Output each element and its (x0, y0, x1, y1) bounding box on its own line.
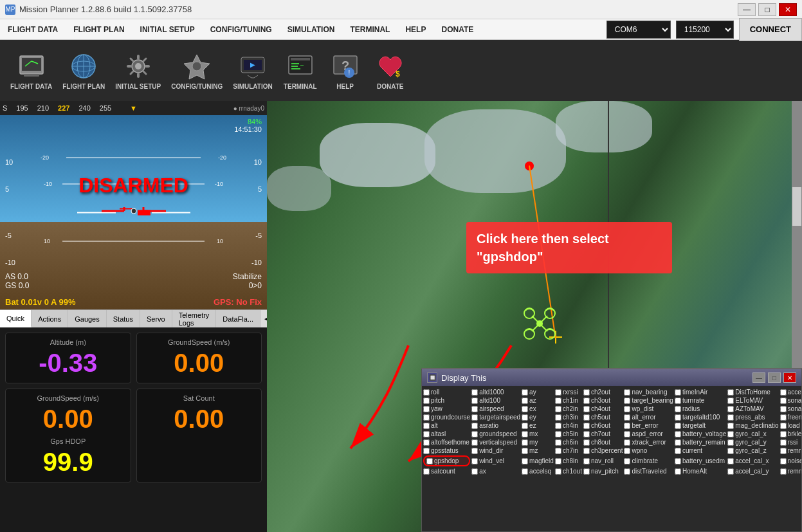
cb-accel_cal_x[interactable]: accel_cal_x (727, 455, 778, 466)
toolbar-terminal[interactable]: _ TERMINAL (278, 48, 323, 93)
toolbar-donate[interactable]: $ DONATE (368, 48, 413, 93)
cb-gpshdop[interactable]: gpshdop (423, 455, 470, 466)
cb-ch7out[interactable]: ch7out (583, 430, 623, 437)
cb-current[interactable]: current (675, 447, 726, 454)
tab-quick[interactable]: Quick (0, 310, 32, 327)
cb-targetairspeed[interactable]: targetairspeed (471, 414, 520, 421)
cb-AZToMAV[interactable]: AZToMAV (727, 405, 778, 412)
cb-ch8in[interactable]: ch8in (555, 455, 582, 466)
menu-initial-setup[interactable]: INITIAL SETUP (132, 19, 203, 39)
cb-HomeAlt[interactable]: HomeAlt (675, 468, 726, 475)
cb-turnrate[interactable]: turnrate (675, 397, 726, 404)
cb-altoffsethome[interactable]: altoffsethome (423, 439, 470, 446)
cb-ch6out[interactable]: ch6out (583, 422, 623, 429)
cb-ey[interactable]: ey (522, 414, 554, 421)
cb-ch1in[interactable]: ch1in (555, 397, 582, 404)
cb-airspeed[interactable]: airspeed (471, 405, 520, 412)
cb-gyro_cal_y[interactable]: gyro_cal_y (727, 439, 778, 446)
cb-ez[interactable]: ez (522, 422, 554, 429)
com-port-select[interactable]: COM6 (606, 21, 671, 39)
cb-ex[interactable]: ex (522, 405, 554, 412)
cb-ch5in[interactable]: ch5in (555, 430, 582, 437)
cb-ch4in[interactable]: ch4in (555, 422, 582, 429)
cb-battery_voltage[interactable]: battery_voltage (675, 430, 726, 437)
tab-telemetry-logs[interactable]: Telemetry Logs (172, 310, 217, 327)
cb-yaw[interactable]: yaw (423, 405, 470, 412)
menu-flight-plan[interactable]: FLIGHT PLAN (66, 19, 132, 39)
menu-help[interactable]: HELP (397, 19, 433, 39)
cb-battery_usedm[interactable]: battery_usedm (675, 455, 726, 466)
tab-gauges[interactable]: Gauges (68, 310, 107, 327)
cb-my[interactable]: my (522, 439, 554, 446)
cb-ch2out[interactable]: ch2out (583, 389, 623, 396)
menu-terminal[interactable]: TERMINAL (342, 19, 397, 39)
cb-accel_cal_z[interactable]: accel_cal_z (780, 389, 801, 396)
cb-satcount[interactable]: satcount (423, 468, 470, 475)
cb-ch4out[interactable]: ch4out (583, 405, 623, 412)
tab-servo[interactable]: Servo (140, 310, 172, 327)
cb-remrssi[interactable]: remrssi (780, 447, 801, 454)
cb-aspd_error[interactable]: aspd_error (624, 430, 673, 437)
cb-ay[interactable]: ay (522, 389, 554, 396)
cb-ch1out[interactable]: ch1out (555, 468, 582, 475)
cb-alt[interactable]: alt (423, 422, 470, 429)
cb-sonarrange[interactable]: sonarrange (780, 397, 801, 404)
cb-altd100[interactable]: altd100 (471, 397, 520, 404)
cb-climbrate[interactable]: climbrate (624, 455, 673, 466)
cb-ch3out[interactable]: ch3out (583, 397, 623, 404)
menu-donate[interactable]: DONATE (433, 19, 481, 39)
map-scroll-thumb[interactable] (792, 187, 801, 226)
dialog-close-btn[interactable]: ✕ (783, 372, 796, 383)
cb-battery_remain[interactable]: battery_remain (675, 439, 726, 446)
cb-ch7in[interactable]: ch7in (555, 447, 582, 454)
cb-wind_vel[interactable]: wind_vel (471, 455, 520, 466)
cb-groundcourse[interactable]: groundcourse (423, 414, 470, 421)
cb-accel_cal_y[interactable]: accel_cal_y (727, 468, 778, 475)
cb-gpsstatus[interactable]: gpsstatus (423, 447, 470, 454)
cb-ELToMAV[interactable]: ELToMAV (727, 397, 778, 404)
cb-alt_error[interactable]: alt_error (624, 414, 673, 421)
cb-rssi[interactable]: rssi (780, 439, 801, 446)
cb-gyro_cal_z[interactable]: gyro_cal_z (727, 447, 778, 454)
tab-actions[interactable]: Actions (32, 310, 68, 327)
cb-ch6in[interactable]: ch6in (555, 439, 582, 446)
toolbar-simulation[interactable]: ▶ SIMULATION (228, 48, 277, 93)
cb-noise[interactable]: noise (780, 455, 801, 466)
menu-flight-data[interactable]: FLIGHT DATA (0, 19, 66, 39)
minimize-button[interactable]: — (738, 3, 756, 16)
menu-config-tuning[interactable]: CONFIG/TUNING (203, 19, 280, 39)
cb-press_abs[interactable]: press_abs (727, 414, 778, 421)
cb-freemem[interactable]: freemem (780, 414, 801, 421)
menu-simulation[interactable]: SIMULATION (280, 19, 343, 39)
cb-altd1000[interactable]: altd1000 (471, 389, 520, 396)
tab-status[interactable]: Status (107, 310, 140, 327)
cb-mag_declinatio[interactable]: mag_declinatio (727, 422, 778, 429)
cb-timeInAir[interactable]: timeInAir (675, 389, 726, 396)
cb-groundspeed2[interactable]: groundspeed (471, 430, 520, 437)
toolbar-help[interactable]: ? ! HELP (323, 48, 368, 93)
cb-nav_roll[interactable]: nav_roll (583, 455, 623, 466)
cb-pitch[interactable]: pitch (423, 397, 470, 404)
cb-ch5out[interactable]: ch5out (583, 414, 623, 421)
cb-distTraveled[interactable]: distTraveled (624, 468, 673, 475)
cb-mx[interactable]: mx (522, 430, 554, 437)
cb-magfield[interactable]: magfield (522, 455, 554, 466)
cb-accelsq[interactable]: accelsq (522, 468, 554, 475)
cb-targetaltd100[interactable]: targetaltd100 (675, 414, 726, 421)
cb-altasl[interactable]: altasl (423, 430, 470, 437)
cb-ch8out[interactable]: ch8out (583, 439, 623, 446)
cb-asratio[interactable]: asratio (471, 422, 520, 429)
cb-ber_error[interactable]: ber_error (624, 422, 673, 429)
cb-targetalt[interactable]: targetalt (675, 422, 726, 429)
baud-rate-select[interactable]: 115200 (676, 21, 734, 39)
cb-nav_bearing[interactable]: nav_bearing (624, 389, 673, 396)
cb-nav_pitch[interactable]: nav_pitch (583, 468, 623, 475)
dialog-minimize-btn[interactable]: — (752, 372, 765, 383)
cb-xtrack_error[interactable]: xtrack_error (624, 439, 673, 446)
cb-target_bearing[interactable]: target_bearing (624, 397, 673, 404)
cb-ax[interactable]: ax (471, 468, 520, 475)
cb-wind_dir[interactable]: wind_dir (471, 447, 520, 454)
cb-brklevel[interactable]: brklevel (780, 430, 801, 437)
cb-ch2in[interactable]: ch2in (555, 405, 582, 412)
toolbar-flight-plan[interactable]: FLIGHT PLAN (57, 48, 110, 93)
